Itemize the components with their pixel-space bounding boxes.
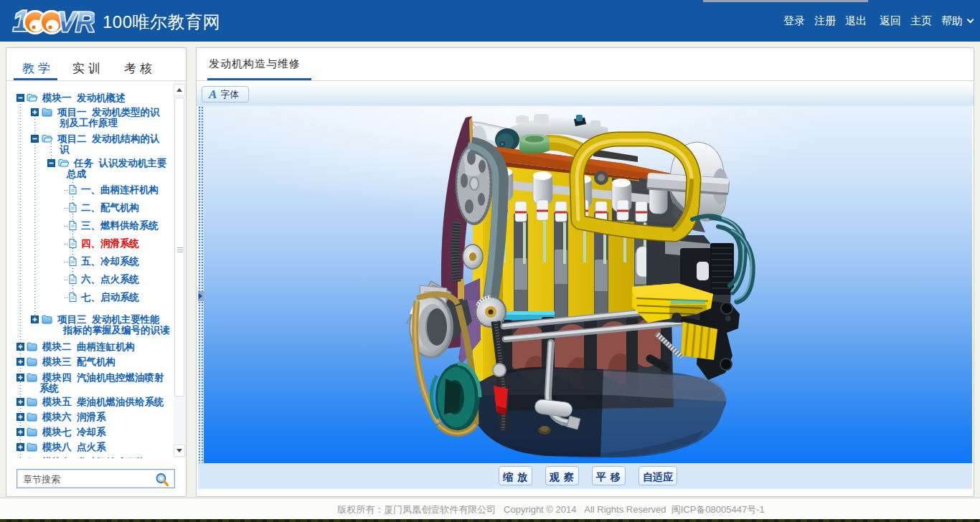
svg-text:VR: VR [57, 7, 95, 37]
